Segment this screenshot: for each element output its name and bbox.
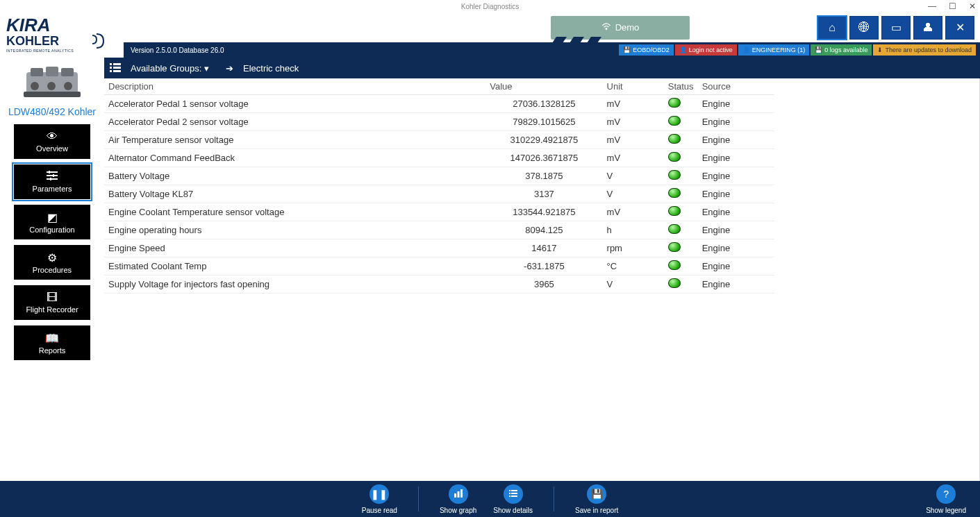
sliders-icon (46, 171, 58, 183)
col-description[interactable]: Description (104, 78, 485, 95)
save-report-button[interactable]: 💾 Save in report (575, 484, 618, 514)
cell-status (664, 276, 698, 294)
svg-rect-28 (457, 491, 459, 498)
cell-status (664, 131, 698, 149)
table-row[interactable]: Engine Coolant Temperature sensor voltag… (104, 203, 774, 221)
badge-eobd[interactable]: 💾EOBD/OBD2 (619, 44, 674, 56)
col-value[interactable]: Value (485, 78, 602, 95)
col-unit[interactable]: Unit (603, 78, 664, 95)
footer-separator (418, 486, 419, 511)
table-row[interactable]: Battery Voltage378.1875VEngine (104, 167, 774, 185)
nav-reports[interactable]: 📖 Reports (14, 325, 90, 360)
user-button[interactable]: 👤︎ (913, 16, 942, 40)
cell-description: Engine Coolant Temperature sensor voltag… (104, 203, 485, 221)
cell-status (664, 239, 698, 257)
badge-logs[interactable]: 💾0 logs available (811, 44, 872, 56)
groups-bar[interactable]: Available Groups: ▾ ➔ Electric check (104, 58, 980, 78)
cell-description: Engine operating hours (104, 221, 485, 239)
nav-flight-recorder[interactable]: 🎞 Flight Recorder (14, 285, 90, 320)
cell-description: Air Temperature sensor voltage (104, 131, 485, 149)
cell-unit: V (603, 185, 664, 203)
nav-parameters[interactable]: Parameters (14, 164, 90, 199)
table-row[interactable]: Alternator Command FeedBack147026.367187… (104, 149, 774, 167)
svg-text:KOHLER: KOHLER (6, 34, 59, 48)
wifi-icon (601, 22, 611, 33)
svg-text:KIRA: KIRA (6, 15, 51, 35)
svg-rect-29 (460, 489, 463, 498)
cell-status (664, 221, 698, 239)
svg-rect-26 (113, 70, 121, 72)
badge-updates[interactable]: ⬇There are updates to download (873, 44, 976, 56)
svg-rect-19 (53, 174, 54, 177)
svg-rect-21 (110, 63, 112, 65)
col-status[interactable]: Status (664, 78, 698, 95)
nav-configuration[interactable]: ◩ Configuration (14, 205, 90, 239)
cell-status (664, 113, 698, 131)
cell-source: Engine (698, 276, 774, 294)
cell-description: Accelerator Pedal 1 sensor voltage (104, 95, 485, 113)
svg-point-3 (606, 28, 607, 30)
cell-description: Accelerator Pedal 2 sensor voltage (104, 113, 485, 131)
table-row[interactable]: Accelerator Pedal 1 sensor voltage27036.… (104, 95, 774, 113)
home-button[interactable]: ⌂ (817, 16, 847, 40)
cell-value: 133544.921875 (485, 203, 602, 221)
svg-point-11 (31, 82, 39, 90)
table-row[interactable]: Air Temperature sensor voltage310229.492… (104, 131, 774, 149)
reports-icon: 📖 (45, 332, 59, 345)
badge-engineering[interactable]: 👤ENGINEERING (1) (738, 44, 810, 56)
cell-value: 79829.1015625 (485, 113, 602, 131)
cell-description: Estimated Coolant Temp (104, 257, 485, 276)
cell-unit: mV (603, 95, 664, 113)
window-minimize-button[interactable]: — (928, 1, 936, 11)
exit-button[interactable]: ✕ (945, 16, 974, 40)
cell-source: Engine (698, 203, 774, 221)
gears-icon: ⚙ (47, 251, 57, 264)
download-icon: ⬇ (877, 46, 883, 53)
pause-icon: ❚❚ (371, 489, 388, 500)
window-titlebar: Kohler Diagnostics — ☐ ✕ (0, 0, 980, 12)
arrow-right-icon: ➔ (226, 63, 233, 74)
nav-overview[interactable]: 👁 Overview (14, 124, 90, 159)
content-area: Available Groups: ▾ ➔ Electric check Des… (104, 58, 980, 481)
table-row[interactable]: Accelerator Pedal 2 sensor voltage79829.… (104, 113, 774, 131)
chevron-down-icon: ▾ (204, 63, 209, 74)
table-row[interactable]: Supply Voltage for injectors fast openin… (104, 276, 774, 294)
cell-unit: V (603, 167, 664, 185)
cell-unit: h (603, 221, 664, 239)
recorder-icon: 🎞 (47, 291, 58, 304)
table-row[interactable]: Engine operating hours8094.125hEngine (104, 221, 774, 239)
svg-point-12 (47, 82, 56, 90)
card-button[interactable]: ▭ (881, 16, 911, 40)
groups-label: Available Groups: (131, 63, 201, 74)
svg-rect-34 (509, 495, 510, 497)
nav-procedures[interactable]: ⚙ Procedures (14, 245, 90, 280)
disk-icon: 💾 (815, 46, 822, 53)
status-led-icon (668, 134, 681, 144)
svg-rect-10 (61, 68, 74, 76)
person-icon: 👤 (679, 46, 687, 53)
engine-label: LDW480/492 Kohler (8, 106, 96, 117)
cell-value: 3137 (485, 185, 602, 203)
sidebar: LDW480/492 Kohler 👁 Overview Parameters … (0, 58, 104, 481)
home-icon: ⌂ (829, 22, 836, 34)
parameters-table-wrap[interactable]: Description Value Unit Status Source Acc… (104, 78, 980, 481)
status-led-icon (668, 170, 681, 180)
pause-read-button[interactable]: ❚❚ Pause read (362, 484, 397, 514)
badge-login[interactable]: 👤Login not active (675, 44, 737, 56)
window-close-button[interactable]: ✕ (969, 1, 976, 11)
status-led-icon (668, 224, 681, 234)
status-led-icon (668, 206, 681, 216)
show-legend-button[interactable]: ? Show legend (926, 484, 966, 514)
table-row[interactable]: Battery Voltage KL873137VEngine (104, 185, 774, 203)
show-details-button[interactable]: Show details (493, 484, 533, 514)
window-maximize-button[interactable]: ☐ (949, 1, 956, 11)
cell-source: Engine (698, 113, 774, 131)
svg-rect-32 (509, 493, 510, 494)
demo-button[interactable]: Demo (551, 16, 690, 40)
table-row[interactable]: Estimated Coolant Temp-631.1875°CEngine (104, 257, 774, 276)
cell-status (664, 185, 698, 203)
col-source[interactable]: Source (698, 78, 774, 95)
table-row[interactable]: Engine Speed14617rpmEngine (104, 239, 774, 257)
show-graph-button[interactable]: Show graph (440, 484, 476, 514)
language-button[interactable]: 🌐︎ (849, 16, 879, 40)
